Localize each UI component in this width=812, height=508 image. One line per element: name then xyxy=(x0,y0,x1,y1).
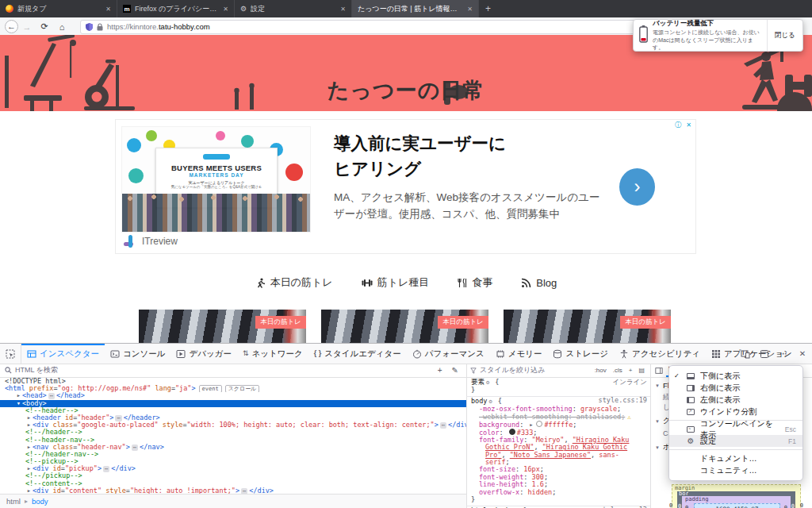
markup-line[interactable]: <!--/header--> xyxy=(0,429,466,436)
add-rule-button[interactable]: + xyxy=(627,367,634,374)
edit-html-icon[interactable]: ✎ xyxy=(449,366,462,375)
tab-close-icon[interactable]: ✕ xyxy=(465,6,473,13)
markup-line[interactable]: ▶<div class="google-auto-placed" style="… xyxy=(0,421,466,429)
menu-separator xyxy=(669,449,802,450)
devtools-tab-inspector[interactable]: インスペクター xyxy=(21,344,105,364)
menu-item-label: 下側に表示 xyxy=(700,371,796,382)
window-icon[interactable] xyxy=(756,349,772,359)
css-rule-line[interactable]: background: ▶#fffffe; xyxy=(466,421,650,429)
devtools-tab-debugger[interactable]: デバッガー xyxy=(170,344,236,364)
markup-line[interactable]: ▶<div id="pickup">⋯</div> xyxy=(0,465,466,472)
css-rule-line[interactable]: overflow-x: hidden; xyxy=(466,489,650,496)
breadcrumb[interactable]: html ▸ body xyxy=(0,494,467,508)
markup-line[interactable]: <!--/header-nav--> xyxy=(0,451,466,458)
tab-title: 設定 xyxy=(251,4,334,14)
markup-search-bar[interactable]: HTML を検索 + ✎ xyxy=(0,364,466,378)
browser-tab[interactable]: たっつーの日常 | 筋トレ情報をゆる~✕ xyxy=(352,0,479,17)
tab-close-icon[interactable]: ✕ xyxy=(103,6,111,13)
style-filter-bar[interactable]: スタイルを絞り込み :hov .cls + ▤ xyxy=(466,364,650,378)
menu-item[interactable]: 左側に表示 xyxy=(669,394,802,406)
ad-image[interactable]: Buyers Meets Users Marketers Day 実ユーザーによ… xyxy=(121,126,311,233)
browser-tab[interactable]: 新規タブ✕ xyxy=(0,0,117,17)
browser-tab[interactable]: ⚙設定✕ xyxy=(235,0,352,17)
back-button[interactable]: ← xyxy=(5,20,18,33)
rule-source-link[interactable]: インライン xyxy=(613,379,648,386)
menu-item[interactable]: 右側に表示 xyxy=(669,382,802,394)
close-icon[interactable]: ✕ xyxy=(795,349,810,358)
forward-button[interactable]: → xyxy=(18,22,36,32)
markup-line[interactable]: ▶<header id="header">⋯</header> xyxy=(0,414,466,421)
markup-line[interactable]: <!DOCTYPE html> xyxy=(0,378,466,385)
css-rule-line[interactable]: } xyxy=(466,496,650,503)
ad-brand[interactable]: ITreview xyxy=(124,235,178,248)
menu-item[interactable]: ウインドウ分割 xyxy=(669,406,802,418)
devtools-tab-storage[interactable]: ストレージ xyxy=(547,344,613,364)
tab-close-icon[interactable]: ✕ xyxy=(220,6,228,13)
devtools-tab-accessibility[interactable]: アクセシビリティ xyxy=(614,344,706,364)
tab-close-icon[interactable]: ✕ xyxy=(338,6,346,13)
sitenav-label: 食事 xyxy=(472,275,492,290)
menu-item[interactable]: ✓下側に表示 xyxy=(669,370,802,382)
rule-source-link[interactable]: style.css:19 xyxy=(599,397,647,404)
menu-item[interactable]: コミュニティ… xyxy=(669,464,802,476)
css-rule-line[interactable]: } xyxy=(466,387,650,394)
markup-line[interactable]: <html prefix="og: http://ogp.me/ns#" lan… xyxy=(0,385,466,392)
ad-arrow-button[interactable]: › xyxy=(619,168,655,206)
class-button[interactable]: .cls xyxy=(611,367,624,374)
markup-line[interactable]: ▶<nav class="header-nav">⋯</nav> xyxy=(0,444,466,451)
devtools-tab-network[interactable]: ⇅ネットワーク xyxy=(237,344,308,364)
inspector-icon xyxy=(27,349,36,359)
markup-line[interactable]: ▼<body> xyxy=(0,400,466,407)
adchoices-icons[interactable]: ⓘ ✕ xyxy=(675,121,693,129)
mozilla-icon: m xyxy=(123,5,131,13)
sitenav-item[interactable]: 食事 xyxy=(458,275,492,290)
sitenav-item[interactable]: 本日の筋トレ xyxy=(255,275,333,290)
markup-line[interactable]: <!--pickup--> xyxy=(0,458,466,465)
ad-headline[interactable]: 導入前に実ユーザーに ヒアリング xyxy=(334,131,506,183)
menu-item-label: ドキュメント… xyxy=(700,453,796,464)
filter-icon xyxy=(470,368,477,374)
menu-item[interactable]: ドキュメント… xyxy=(669,452,802,464)
pseudo-class-button[interactable]: :hov xyxy=(593,367,608,374)
browser-tab[interactable]: mFirefox のプライバシーに関す✕ xyxy=(117,0,235,17)
home-button[interactable]: ⌂ xyxy=(53,22,71,32)
add-node-icon[interactable]: + xyxy=(435,366,446,375)
print-sim-icon[interactable]: ▤ xyxy=(637,367,646,374)
notification-close-button[interactable]: 閉じる xyxy=(767,20,802,51)
itreview-logo-icon xyxy=(124,235,136,248)
dock-right-icon xyxy=(685,385,696,391)
layout-tab-icon xyxy=(655,367,663,375)
menu-item[interactable]: ⚙設定F1 xyxy=(669,435,802,447)
reload-button[interactable]: ⟳ xyxy=(36,21,53,32)
markup-line[interactable]: <!--header--> xyxy=(0,407,466,414)
runner-icon xyxy=(255,278,266,288)
meatball-menu-icon[interactable]: ⋯ xyxy=(776,349,791,358)
devtools-tab-label: パフォーマンス xyxy=(425,348,485,360)
css-rule-line[interactable]: font-family: "Meiryo", "Hiragino Kaku Go… xyxy=(466,437,650,467)
element-picker-button[interactable] xyxy=(0,344,21,364)
notification-title: バッテリー残量低下 xyxy=(653,19,767,29)
tracking-shield-icon[interactable] xyxy=(86,23,93,31)
devtools-tab-performance[interactable]: パフォーマンス xyxy=(407,344,490,364)
check-icon: ✓ xyxy=(674,372,681,379)
lock-icon[interactable] xyxy=(97,23,103,31)
sitenav-label: 本日の筋トレ xyxy=(270,275,333,290)
devtools-tab-console[interactable]: コンソール xyxy=(105,344,170,364)
devtools-tab-memory[interactable]: メモリー xyxy=(490,344,548,364)
responsive-mode-icon[interactable] xyxy=(737,349,753,359)
markup-line[interactable]: ▶<head>⋯</head> xyxy=(0,392,466,399)
sitenav-item[interactable]: 筋トレ種目 xyxy=(362,275,430,290)
menu-item[interactable]: コンソールペインを表示Esc xyxy=(669,423,802,435)
sitenav-item[interactable]: Blog xyxy=(521,277,557,289)
ad-banner[interactable]: ⓘ ✕ Buyers Meets Users Marketers Day 実ユー… xyxy=(115,119,696,254)
devtools-tab-styleeditor[interactable]: { }スタイルエディター xyxy=(308,344,407,364)
chevron-down-icon: ▼ xyxy=(655,383,660,388)
markup-line[interactable]: <!--content--> xyxy=(0,480,466,487)
css-rule-line[interactable]: html, body⚙ {style.css:13 xyxy=(466,506,650,508)
markup-line[interactable]: <!--header-nav--> xyxy=(0,437,466,444)
bubble-graphic xyxy=(285,164,303,181)
markup-line[interactable]: <!--/pickup--> xyxy=(0,472,466,479)
css-rule-line[interactable]: 要素⚙ {インライン xyxy=(466,379,650,387)
box-model-content[interactable]: 1680×4159.97 xyxy=(694,503,780,508)
new-tab-button[interactable]: + xyxy=(479,0,497,17)
